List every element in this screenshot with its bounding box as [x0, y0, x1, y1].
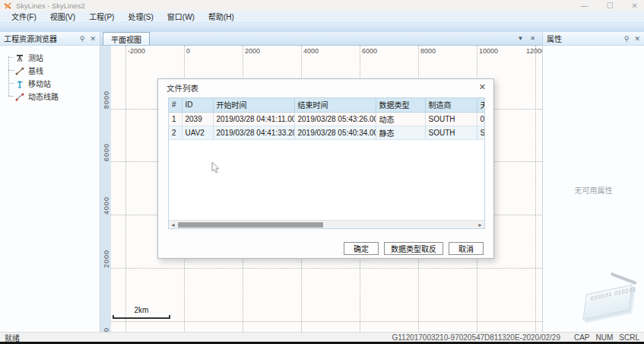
file-list-dialog: 文件列表 ✕ # ID 开始时间 结束时间 数据类型 制造商 天 — [157, 78, 494, 259]
cell-end-time: 2019/03/28 05:43:26.000 — [294, 112, 376, 126]
horizontal-scrollbar[interactable]: ◄ ► — [169, 220, 484, 228]
pencil-icon — [611, 272, 637, 285]
status-flag-scrl: SCRL — [619, 333, 639, 342]
tab-plan-view[interactable]: 平面视图 — [103, 32, 150, 45]
pin-icon[interactable]: ⚲ — [624, 35, 630, 43]
tree-item-label: 测站 — [28, 52, 43, 63]
gridline-horizontal — [111, 321, 542, 322]
menu-project[interactable]: 工程(P) — [82, 11, 121, 23]
col-header-end-time[interactable]: 结束时间 — [294, 98, 376, 112]
cell-data-type: 动态 — [376, 112, 425, 126]
resource-tree: 测站 基线 移动站 动态线路 — [0, 46, 100, 103]
map-scale-bar: 2km — [113, 306, 170, 319]
app-logo-icon — [4, 2, 12, 10]
status-flag-num: NUM — [596, 333, 614, 342]
gridline-vertical — [535, 46, 536, 332]
plan-view-tabbar: 平面视图 ▼ ✕ — [100, 32, 542, 46]
table-row[interactable]: 2 UAV2 2019/03/28 04:41:33.200 2019/03/2… — [169, 126, 485, 139]
watermark-logo: 010101 010101 — [573, 271, 644, 333]
menu-help[interactable]: 帮助(H) — [201, 11, 241, 23]
col-header-index[interactable]: # — [169, 98, 182, 112]
ok-button[interactable]: 确定 — [344, 242, 379, 255]
menu-bar: 文件(F) 视图(V) 工程(P) 处理(S) 窗口(W) 帮助(H) — [0, 11, 644, 23]
dynamic-route-icon — [15, 92, 24, 101]
tree-item-label: 移动站 — [28, 78, 51, 89]
cell-manufacturer: SOUTH — [425, 112, 477, 126]
no-properties-text: 无可用属性 — [543, 184, 644, 196]
maximize-button[interactable]: ☐ — [607, 2, 614, 10]
ruler-x-label: 0 — [186, 47, 190, 55]
tree-item-rover[interactable]: 移动站 — [0, 77, 100, 90]
status-flag-cap: CAP — [574, 333, 590, 342]
project-resource-browser-panel: 工程资源浏览器 ⚲ ✕ 测站 基线 移动站 — [0, 32, 100, 332]
station-icon — [15, 53, 24, 62]
ruler-y-label: 0 — [103, 303, 111, 332]
close-button[interactable]: ✕ — [632, 2, 638, 10]
toolbar-strip — [0, 23, 644, 32]
tree-item-label: 基线 — [28, 65, 43, 76]
status-serial-text: G112017003210-97020547D811320E-2020/02/2… — [392, 333, 560, 342]
scroll-right-icon[interactable]: ► — [476, 221, 484, 229]
properties-panel-header: 属性 ⚲ ✕ — [543, 32, 644, 46]
col-header-manufacturer[interactable]: 制造商 — [425, 98, 477, 112]
col-header-data-type[interactable]: 数据类型 — [376, 98, 425, 112]
close-icon[interactable]: ✕ — [90, 35, 96, 43]
tree-item-baseline[interactable]: 基线 — [0, 64, 100, 77]
tree-item-station[interactable]: 测站 — [0, 51, 100, 64]
tab-dropdown-icon[interactable]: ▼ — [517, 35, 523, 42]
cell-index: 1 — [169, 112, 182, 126]
gridline-vertical — [125, 46, 126, 332]
ruler-x-label: 6000 — [362, 47, 377, 55]
left-panel-title: 工程资源浏览器 — [4, 33, 57, 44]
rover-station-icon — [15, 79, 24, 88]
status-bar: 就绪 G112017003210-97020547D811320E-2020/0… — [0, 332, 644, 342]
minimize-button[interactable]: — — [581, 2, 588, 10]
ruler-x-label: 2000 — [245, 47, 260, 55]
menu-view[interactable]: 视图(V) — [43, 11, 82, 23]
tree-item-label: 动态线路 — [28, 91, 59, 102]
ruler-x-label: 8000 — [420, 47, 436, 55]
ruler-y-label: 4000 — [103, 186, 111, 215]
tree-item-dynamic-route[interactable]: 动态线路 — [0, 90, 100, 103]
menu-file[interactable]: 文件(F) — [5, 11, 43, 23]
ruler-y-label: 6000 — [103, 132, 111, 161]
ruler-x-label: 4000 — [303, 47, 319, 55]
col-header-id[interactable]: ID — [182, 98, 213, 112]
properties-panel-title: 属性 — [547, 33, 562, 44]
invert-data-type-button[interactable]: 数据类型取反 — [384, 242, 443, 255]
dialog-close-icon[interactable]: ✕ — [479, 82, 486, 91]
menu-window[interactable]: 窗口(W) — [160, 11, 201, 23]
col-header-start-time[interactable]: 开始时间 — [213, 98, 294, 112]
properties-panel: 属性 ⚲ ✕ 无可用属性 010101 010101 — [542, 32, 644, 332]
cell-manufacturer: SOUTH — [425, 126, 477, 139]
ruler-y-label: 2000 — [103, 239, 111, 268]
table-header-row: # ID 开始时间 结束时间 数据类型 制造商 天 — [169, 98, 485, 112]
pin-icon[interactable]: ⚲ — [80, 35, 85, 43]
tab-close-icon[interactable]: ✕ — [530, 35, 535, 42]
cell-index: 2 — [169, 126, 182, 139]
cell-end-time: 2019/03/28 05:40:34.000 — [294, 126, 376, 139]
cell-id: 2039 — [182, 112, 213, 126]
ruler-x-label: 12000 — [526, 47, 542, 55]
baseline-icon — [15, 66, 24, 75]
dialog-title: 文件列表 — [158, 79, 493, 96]
scroll-left-icon[interactable]: ◄ — [169, 221, 177, 229]
col-header-antenna[interactable]: 天 — [477, 98, 485, 112]
map-canvas[interactable]: -2000 0 2000 4000 6000 8000 10000 12000 … — [100, 46, 542, 332]
ruler-y-label: 8000 — [103, 80, 111, 109]
cancel-button[interactable]: 取消 — [449, 242, 484, 255]
scale-label: 2km — [135, 306, 149, 314]
table-row[interactable]: 1 2039 2019/03/28 04:41:11.000 2019/03/2… — [169, 112, 485, 126]
cell-start-time: 2019/03/28 04:41:33.200 — [213, 126, 294, 139]
cell-id: UAV2 — [182, 126, 213, 139]
scrollbar-thumb[interactable] — [178, 222, 323, 228]
menu-process[interactable]: 处理(S) — [121, 11, 160, 23]
ruler-x-label: 10000 — [479, 47, 498, 55]
ruler-x-label: -2000 — [128, 47, 145, 55]
file-table: # ID 开始时间 结束时间 数据类型 制造商 天 1 2039 2019/03… — [169, 98, 485, 140]
cell-data-type: 静态 — [376, 126, 425, 139]
gridline-horizontal — [111, 268, 542, 269]
close-icon[interactable]: ✕ — [634, 35, 640, 43]
left-panel-header: 工程资源浏览器 ⚲ ✕ — [0, 32, 100, 46]
plan-view-region: 平面视图 ▼ ✕ -2000 0 2000 4000 6000 8000 100… — [100, 32, 542, 332]
